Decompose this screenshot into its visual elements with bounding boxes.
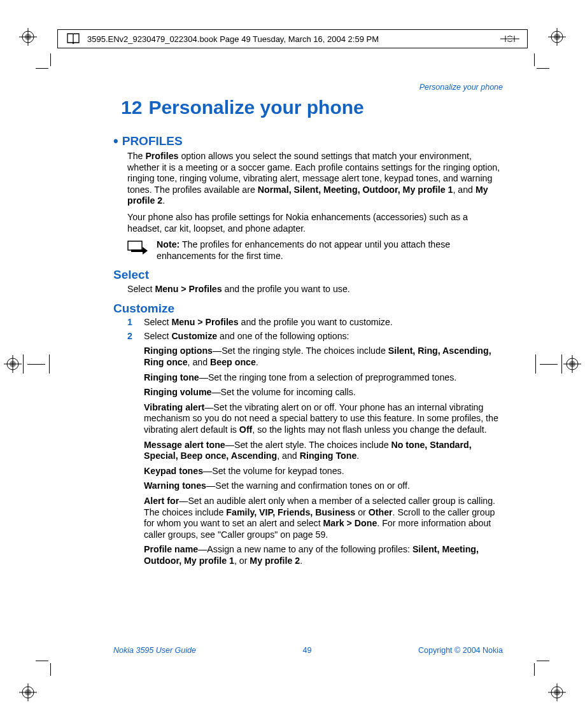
registration-target-icon: [548, 28, 566, 46]
spread-icon: [500, 34, 519, 43]
side-mark: [23, 354, 50, 374]
crop-mark: [534, 661, 547, 673]
option-ringing-volume: Ringing volume—Set the volume for incomi…: [144, 387, 503, 398]
print-header-text: 3595.ENv2_9230479_022304.book Page 49 Tu…: [87, 34, 379, 44]
note-arrow-icon: [127, 241, 149, 256]
footer-page-number: 49: [303, 646, 312, 655]
option-vibrating-alert: Vibrating alert—Set the vibrating alert …: [144, 402, 503, 436]
section-heading-select: Select: [113, 268, 503, 282]
profiles-paragraph-2: Your phone also has profile settings for…: [127, 212, 503, 234]
registration-target-icon: [548, 683, 566, 701]
registration-target-icon: [563, 355, 581, 373]
crop-mark: [534, 56, 547, 69]
crop-mark: [38, 661, 51, 673]
registration-target-icon: [4, 355, 22, 373]
option-warning-tones: Warning tones—Set the warning and confir…: [144, 480, 503, 492]
crop-mark: [38, 56, 51, 69]
registration-target-icon: [19, 28, 37, 46]
section-heading-profiles: •PROFILES: [113, 132, 503, 149]
profiles-paragraph-1: The Profiles option allows you select th…: [127, 151, 503, 207]
customize-steps: 1 Select Menu > Profiles and the profile…: [127, 317, 503, 342]
page-content: Personalize your phone 12Personalize you…: [113, 83, 503, 567]
customize-options: Ringing options—Set the ringing style. T…: [127, 346, 503, 566]
note-text: Note: The profiles for enhancements do n…: [157, 239, 503, 262]
section-heading-customize: Customize: [113, 302, 503, 316]
option-ringing-tone: Ringing tone—Set the ringing tone from a…: [144, 372, 503, 384]
step-2: 2 Select Customize and one of the follow…: [127, 331, 503, 342]
print-header: 3595.ENv2_9230479_022304.book Page 49 Tu…: [57, 29, 528, 48]
select-paragraph: Select Menu > Profiles and the profile y…: [127, 284, 503, 295]
side-mark: [535, 354, 562, 374]
chapter-title-text: Personalize your phone: [148, 97, 363, 118]
book-icon: [66, 31, 81, 46]
option-message-alert-tone: Message alert tone—Set the alert style. …: [144, 440, 503, 462]
svg-rect-25: [128, 241, 142, 250]
registration-target-icon: [19, 683, 37, 701]
chapter-title: 12Personalize your phone: [121, 97, 503, 118]
option-alert-for: Alert for—Set an audible alert only when…: [144, 496, 503, 540]
running-head: Personalize your phone: [113, 83, 503, 92]
chapter-number: 12: [121, 97, 142, 118]
step-1: 1 Select Menu > Profiles and the profile…: [127, 317, 503, 328]
option-ringing-options: Ringing options—Set the ringing style. T…: [144, 346, 503, 368]
note-block: Note: The profiles for enhancements do n…: [127, 239, 503, 262]
footer-right: Copyright © 2004 Nokia: [418, 646, 503, 655]
page-footer: Nokia 3595 User Guide 49 Copyright © 200…: [113, 646, 503, 655]
footer-left: Nokia 3595 User Guide: [113, 646, 196, 655]
option-profile-name: Profile name—Assign a new name to any of…: [144, 544, 503, 566]
option-keypad-tones: Keypad tones—Set the volume for keypad t…: [144, 466, 503, 477]
